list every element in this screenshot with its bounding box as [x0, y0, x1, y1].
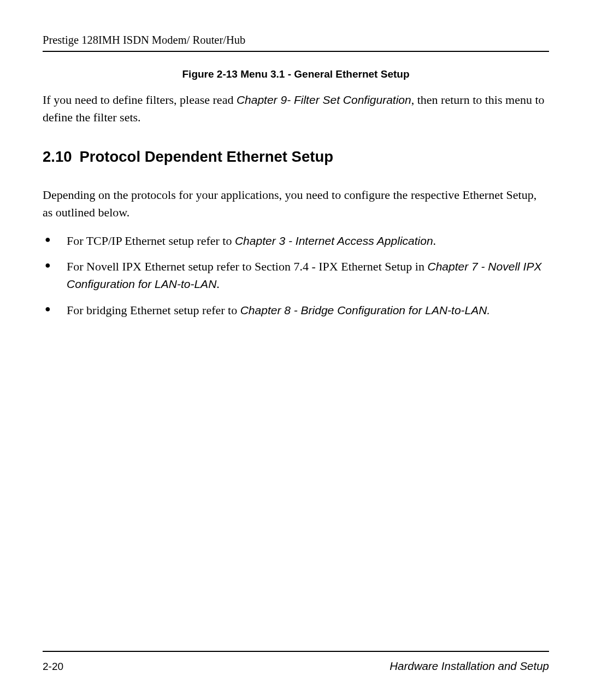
section-number: 2.10 [43, 148, 72, 166]
header-rule [43, 51, 549, 52]
bullet-list: For TCP/IP Ethernet setup refer to Chapt… [43, 232, 549, 320]
intro-ref-1: Chapter 9- Filter Set Configuration [237, 93, 411, 106]
section-title: Protocol Dependent Ethernet Setup [80, 148, 333, 165]
intro-text-1: If you need to define filters, please re… [43, 93, 237, 107]
bullet-text-1: For TCP/IP Ethernet setup refer to [67, 234, 235, 248]
footer-title: Hardware Installation and Setup [390, 660, 549, 673]
bullet-text-2: . [216, 277, 220, 291]
footer-row: 2-20 Hardware Installation and Setup [43, 660, 549, 673]
header-title: Prestige 128IMH ISDN Modem/ Router/Hub [43, 34, 549, 46]
body-paragraph: Depending on the protocols for your appl… [43, 186, 549, 221]
bullet-ref-1: Chapter 3 - Internet Access Application [235, 234, 433, 247]
list-item: For Novell IPX Ethernet setup refer to S… [43, 258, 549, 293]
intro-paragraph: If you need to define filters, please re… [43, 91, 549, 126]
footer: 2-20 Hardware Installation and Setup [43, 651, 549, 673]
list-item: For bridging Ethernet setup refer to Cha… [43, 302, 549, 319]
bullet-text-1: For Novell IPX Ethernet setup refer to S… [67, 260, 427, 273]
bullet-text-1: For bridging Ethernet setup refer to [67, 303, 240, 317]
figure-caption: Figure 2-13 Menu 3.1 - General Ethernet … [43, 68, 549, 80]
page-number: 2-20 [43, 661, 63, 673]
bullet-text-2: . [433, 234, 436, 248]
list-item: For TCP/IP Ethernet setup refer to Chapt… [43, 232, 549, 250]
footer-rule [43, 651, 549, 652]
bullet-ref-1: Chapter 8 - Bridge Configuration for LAN… [240, 304, 491, 316]
document-page: Prestige 128IMH ISDN Modem/ Router/Hub F… [0, 0, 590, 700]
section-heading: 2.10Protocol Dependent Ethernet Setup [43, 148, 549, 166]
